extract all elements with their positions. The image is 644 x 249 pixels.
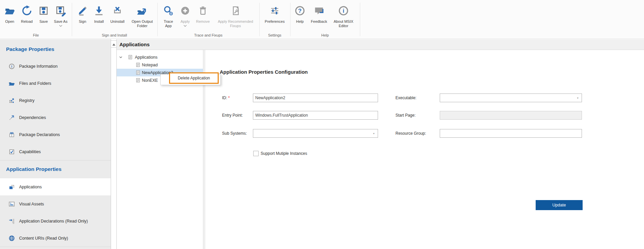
- tree-item-applications[interactable]: Applications: [117, 53, 203, 61]
- document-icon: [128, 55, 133, 60]
- scroll-up-button[interactable]: [111, 40, 116, 48]
- ribbon-button-label: Uninstall: [107, 19, 127, 24]
- gift-icon: [8, 131, 15, 138]
- image-icon: [8, 201, 15, 207]
- resource-group-input[interactable]: [440, 129, 582, 138]
- preferences-icon: [262, 2, 287, 19]
- dependencies-icon: [8, 114, 15, 121]
- support-multiple-instances-checkbox[interactable]: [253, 151, 259, 156]
- ribbon-button-save[interactable]: Save: [37, 2, 51, 24]
- form-heading: Application Properties Configuration: [220, 69, 308, 75]
- ribbon-button-uninstall[interactable]: Uninstall: [107, 2, 127, 24]
- ribbon-button-label: Preferences: [262, 19, 287, 24]
- sidebar-item-registry[interactable]: Registry: [0, 92, 111, 109]
- install-icon: [91, 2, 107, 19]
- ribbon-button-feedback[interactable]: Feedback: [309, 2, 329, 24]
- ribbon-button-label: Help: [293, 19, 307, 24]
- ribbon-button-sign[interactable]: Sign: [75, 2, 90, 24]
- ribbon-button-install[interactable]: Install: [91, 2, 107, 24]
- svg-text:i: i: [11, 64, 12, 68]
- page-title: Applications: [119, 42, 150, 47]
- sidebar-item-label: Registry: [19, 98, 35, 103]
- app-windows-icon: [8, 184, 15, 190]
- ribbon-button-apply: Apply: [177, 2, 193, 27]
- ribbon-group-label: File: [33, 33, 39, 37]
- help-icon: ?: [293, 2, 307, 19]
- start-page-input: [440, 111, 582, 120]
- apply-icon: [177, 2, 193, 19]
- ribbon-button-apply-recommended-fixups: Apply RecommendedFixups: [213, 2, 258, 28]
- entry-point-input[interactable]: [253, 111, 378, 120]
- svg-text:i: i: [343, 8, 344, 14]
- ribbon-group-label: Settings: [268, 33, 281, 37]
- executable-label: Executable:: [395, 94, 417, 102]
- sidebar-item-package-declarations[interactable]: Package Declarations: [0, 126, 111, 143]
- delete-application-menu-item[interactable]: Delete Application: [169, 72, 219, 84]
- document-icon: [136, 78, 141, 83]
- sidebar-item-label: Content URIs (Read Only): [19, 236, 68, 241]
- sidebar-item-package-information[interactable]: iPackage Information: [0, 58, 111, 75]
- document-icon: [136, 70, 141, 75]
- ribbon-button-label: Reload: [19, 19, 35, 24]
- sidebar-item-label: Capabilities: [19, 149, 41, 154]
- trace-icon: [161, 2, 176, 19]
- required-marker: *: [228, 96, 230, 100]
- ribbon-group-label: Sign and Install: [102, 33, 127, 37]
- ribbon-button-preferences[interactable]: Preferences: [262, 2, 287, 24]
- info-icon: i: [8, 63, 15, 70]
- sidebar-heading-application-properties: Application Properties: [6, 165, 111, 174]
- document-icon: [136, 62, 141, 67]
- sidebar-item-visual-assets[interactable]: Visual Assets: [0, 195, 111, 212]
- ribbon-button-about-msix-editor[interactable]: iAbout MSIXEditor: [330, 2, 357, 28]
- ribbon-button-open-output-folder[interactable]: Open OutputFolder: [127, 2, 157, 28]
- sidebar-heading-package-properties: Package Properties: [6, 45, 111, 54]
- id-label: ID:*: [222, 94, 230, 102]
- open-output-icon: [127, 2, 157, 19]
- ribbon-group-separator: [72, 3, 72, 36]
- ribbon-button-open[interactable]: Open: [2, 2, 17, 24]
- sidebar-item-content-uris-read-only[interactable]: Content URIs (Read Only): [0, 230, 111, 247]
- sub-systems-combobox[interactable]: ▼: [253, 129, 378, 138]
- sidebar-item-label: Package Information: [19, 64, 58, 69]
- sign-icon: [75, 2, 90, 19]
- tree-item-label: Applications: [135, 55, 157, 60]
- sidebar-item-application-declarations-read-only[interactable]: Application Declarations (Read Only): [0, 212, 111, 230]
- executable-combobox[interactable]: ▼: [440, 94, 582, 102]
- msix-editor-window: { "ribbon": { "groups": [ { "label": "Fi…: [0, 0, 644, 249]
- ribbon-button-help[interactable]: ?Help: [293, 2, 307, 24]
- entry-point-label: Entry Point:: [222, 111, 243, 120]
- ribbon-group-separator: [259, 3, 260, 36]
- chevron-down-icon: [177, 24, 193, 27]
- reload-icon: [19, 2, 35, 19]
- uninstall-icon: [107, 2, 127, 19]
- sidebar-item-capabilities[interactable]: Capabilities: [0, 143, 111, 160]
- sidebar-item-dependencies[interactable]: Dependencies: [0, 109, 111, 126]
- sidebar-divider: [0, 160, 111, 161]
- ribbon-button-label: Sign: [75, 19, 90, 24]
- ribbon-button-reload[interactable]: Reload: [19, 2, 35, 24]
- sidebar-item-label: Application Declarations (Read Only): [19, 219, 88, 224]
- sidebar-scrollbar[interactable]: [111, 39, 117, 249]
- ribbon-button-label: Open: [2, 19, 17, 24]
- sidebar-item-label: Applications: [19, 185, 42, 189]
- ribbon-button-label: About MSIXEditor: [330, 19, 357, 28]
- ribbon-button-remove: Remove: [194, 2, 212, 24]
- sidebar-item-label: Visual Assets: [19, 202, 44, 206]
- sidebar-item-label: Package Declarations: [19, 132, 60, 137]
- ribbon-toolbar: OpenReloadSaveSave AsFileSignInstallUnin…: [0, 0, 644, 39]
- update-button[interactable]: Update: [536, 200, 583, 210]
- ribbon-button-label: TraceApp: [161, 19, 176, 28]
- ribbon-button-save-as[interactable]: Save As: [51, 2, 70, 27]
- sidebar-item-applications[interactable]: Applications: [0, 178, 111, 195]
- support-multiple-instances-label: Support Mutiple Instances: [261, 151, 307, 156]
- folder-icon: [8, 80, 15, 87]
- sidebar: Package PropertiesiPackage InformationFi…: [0, 39, 111, 249]
- ribbon-button-trace-app[interactable]: TraceApp: [161, 2, 176, 28]
- sidebar-item-label: Dependencies: [19, 115, 46, 120]
- capabilities-icon: [8, 148, 15, 155]
- tree-item-notepad[interactable]: Notepad: [117, 61, 203, 69]
- sidebar-item-files-and-folders[interactable]: Files and Folders: [0, 75, 111, 92]
- ribbon-button-label: Feedback: [309, 19, 329, 24]
- id-input[interactable]: [253, 94, 378, 102]
- page-title-bar: Applications: [117, 39, 644, 50]
